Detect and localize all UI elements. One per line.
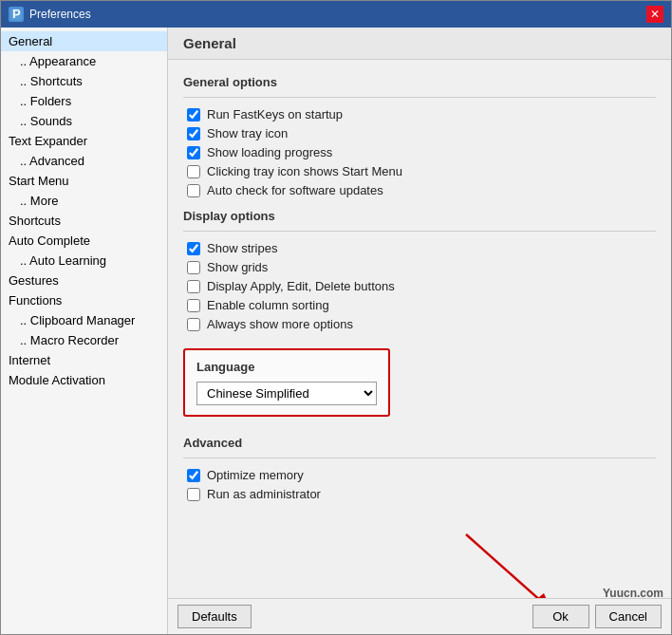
panel-header: General — [168, 28, 671, 60]
sidebar-item-gestures[interactable]: Gestures — [1, 271, 167, 290]
svg-text:P: P — [12, 8, 21, 21]
optimize-memory-label: Optimize memory — [207, 468, 304, 482]
clicking-tray-label: Clicking tray icon shows Start Menu — [207, 164, 402, 178]
display-apply-checkbox[interactable] — [187, 280, 200, 293]
app-icon: P — [9, 7, 24, 22]
sidebar-item-start-menu[interactable]: Start Menu — [1, 171, 167, 191]
option-row-show-grids: Show grids — [183, 260, 656, 274]
cancel-button[interactable]: Cancel — [595, 605, 662, 628]
sidebar-item-module-activation[interactable]: Module Activation — [1, 370, 167, 390]
show-loading-label: Show loading progress — [207, 145, 332, 159]
arrow-icon — [428, 515, 580, 598]
display-checkboxes: Show stripesShow gridsDisplay Apply, Edi… — [183, 241, 656, 331]
sidebar: General.. Appearance.. Shortcuts.. Folde… — [1, 28, 168, 634]
option-row-show-loading: Show loading progress — [183, 145, 656, 159]
auto-check-checkbox[interactable] — [187, 184, 200, 197]
ok-button[interactable]: Ok — [532, 605, 589, 628]
option-row-optimize-memory: Optimize memory — [183, 468, 656, 482]
language-select-container: Chinese SimplifiedEnglishFrenchGermanSpa… — [196, 382, 377, 405]
option-row-show-stripes: Show stripes — [183, 241, 656, 255]
option-row-always-show: Always show more options — [183, 317, 656, 331]
sidebar-item-folders[interactable]: .. Folders — [1, 91, 167, 111]
show-grids-checkbox[interactable] — [187, 261, 200, 274]
sidebar-item-more[interactable]: .. More — [1, 191, 167, 211]
advanced-title: Advanced — [183, 436, 656, 450]
language-box: Language Chinese SimplifiedEnglishFrench… — [183, 348, 390, 417]
option-row-run-admin: Run as administrator — [183, 487, 656, 501]
language-section: Language Chinese SimplifiedEnglishFrench… — [183, 345, 656, 424]
advanced-section: Advanced Optimize memoryRun as administr… — [183, 436, 656, 598]
advanced-checkboxes: Optimize memoryRun as administrator — [183, 468, 656, 501]
auto-check-label: Auto check for software updates — [207, 183, 383, 197]
sidebar-item-shortcuts[interactable]: Shortcuts — [1, 211, 167, 231]
close-button[interactable]: ✕ — [646, 6, 663, 23]
main-content: General options Run FastKeys on startupS… — [168, 60, 671, 598]
language-dropdown[interactable]: Chinese SimplifiedEnglishFrenchGermanSpa… — [196, 382, 377, 405]
window-title: Preferences — [29, 8, 646, 21]
show-stripes-label: Show stripes — [207, 241, 277, 255]
title-bar: P Preferences ✕ — [1, 1, 671, 28]
show-tray-checkbox[interactable] — [187, 127, 200, 140]
display-options-title: Display options — [183, 209, 656, 223]
sidebar-item-general[interactable]: General — [1, 31, 167, 51]
bottom-bar: Defaults Ok Cancel Yuucn.com — [168, 598, 671, 634]
always-show-label: Always show more options — [207, 317, 353, 331]
show-loading-checkbox[interactable] — [187, 146, 200, 159]
general-options-section: General options Run FastKeys on startupS… — [183, 75, 656, 197]
enable-sorting-label: Enable column sorting — [207, 298, 329, 312]
always-show-checkbox[interactable] — [187, 318, 200, 331]
sidebar-item-clipboard-manager[interactable]: .. Clipboard Manager — [1, 310, 167, 330]
option-row-show-tray: Show tray icon — [183, 126, 656, 140]
enable-sorting-checkbox[interactable] — [187, 299, 200, 312]
clicking-tray-checkbox[interactable] — [187, 165, 200, 178]
sidebar-item-advanced[interactable]: .. Advanced — [1, 151, 167, 171]
language-title: Language — [196, 360, 377, 374]
optimize-memory-checkbox[interactable] — [187, 469, 200, 482]
option-row-clicking-tray: Clicking tray icon shows Start Menu — [183, 164, 656, 178]
run-admin-label: Run as administrator — [207, 487, 321, 501]
preferences-window: P Preferences ✕ General.. Appearance.. S… — [0, 0, 672, 635]
content-area: General.. Appearance.. Shortcuts.. Folde… — [1, 28, 671, 634]
svg-line-2 — [466, 534, 551, 598]
show-tray-label: Show tray icon — [207, 126, 288, 140]
main-panel: General General options Run FastKeys on … — [168, 28, 671, 634]
sidebar-item-macro-recorder[interactable]: .. Macro Recorder — [1, 330, 167, 350]
option-row-run-fastkeys: Run FastKeys on startup — [183, 107, 656, 121]
show-grids-label: Show grids — [207, 260, 268, 274]
run-fastkeys-label: Run FastKeys on startup — [207, 107, 343, 121]
sidebar-item-text-expander[interactable]: Text Expander — [1, 131, 167, 151]
display-options-section: Display options Show stripesShow gridsDi… — [183, 209, 656, 331]
sidebar-item-shortcuts-appearance[interactable]: .. Shortcuts — [1, 71, 167, 91]
defaults-button[interactable]: Defaults — [177, 605, 252, 628]
sidebar-item-auto-complete[interactable]: Auto Complete — [1, 231, 167, 251]
sidebar-item-appearance[interactable]: .. Appearance — [1, 51, 167, 71]
display-apply-label: Display Apply, Edit, Delete buttons — [207, 279, 395, 293]
run-admin-checkbox[interactable] — [187, 488, 200, 501]
arrow-annotation — [183, 506, 656, 598]
sidebar-item-sounds[interactable]: .. Sounds — [1, 111, 167, 131]
sidebar-item-auto-learning[interactable]: .. Auto Learning — [1, 251, 167, 271]
sidebar-item-internet[interactable]: Internet — [1, 350, 167, 370]
option-row-enable-sorting: Enable column sorting — [183, 298, 656, 312]
general-checkboxes: Run FastKeys on startupShow tray iconSho… — [183, 107, 656, 197]
run-fastkeys-checkbox[interactable] — [187, 108, 200, 121]
sidebar-item-functions[interactable]: Functions — [1, 290, 167, 310]
option-row-auto-check: Auto check for software updates — [183, 183, 656, 197]
option-row-display-apply: Display Apply, Edit, Delete buttons — [183, 279, 656, 293]
show-stripes-checkbox[interactable] — [187, 242, 200, 255]
general-options-title: General options — [183, 75, 656, 89]
